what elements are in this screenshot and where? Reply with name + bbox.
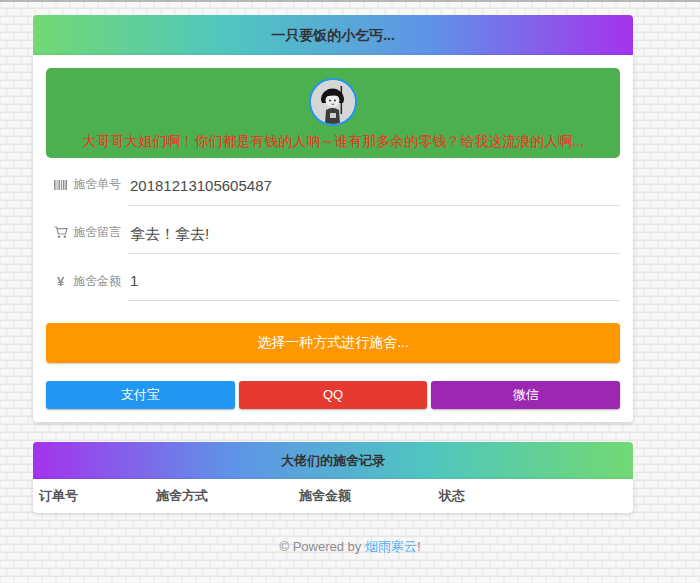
order-number-input[interactable] [130,177,620,194]
amount-field-row: ¥ 施舍金额 [46,254,620,301]
column-order-id: 订单号 [33,487,150,505]
amount-input[interactable] [130,272,620,289]
message-field-row: 施舍留言 [46,206,620,254]
column-method: 施舍方式 [150,487,293,505]
cart-icon [53,226,68,239]
payment-methods-row: 支付宝 QQ 微信 [46,381,620,409]
order-number-label: 施舍单号 [73,176,121,193]
donation-panel: 一只要饭的小乞丐... [33,15,633,422]
donation-panel-body: 大哥哥大姐们啊！你们都是有钱的人呐～谁有那多余的零钱？给我这流浪的人啊... [33,55,633,422]
qq-pay-button[interactable]: QQ [239,381,428,409]
footer-suffix: ! [417,539,421,554]
records-table-header: 订单号 施舍方式 施舍金额 状态 [33,479,633,513]
records-panel: 大佬们的施舍记录 订单号 施舍方式 施舍金额 状态 [33,442,633,513]
barcode-icon [53,179,68,191]
column-amount: 施舍金额 [293,487,433,505]
beg-message-card: 大哥哥大姐们啊！你们都是有钱的人呐～谁有那多余的零钱？给我这流浪的人啊... [46,68,620,158]
message-input[interactable] [130,226,620,243]
beg-message-text: 大哥哥大姐们啊！你们都是有钱的人呐～谁有那多余的零钱？给我这流浪的人啊... [46,133,620,151]
amount-label: 施舍金额 [73,273,121,290]
beggar-avatar-icon [309,78,357,126]
records-title: 大佬们的施舍记录 [33,442,633,479]
alipay-button[interactable]: 支付宝 [46,381,235,409]
message-label: 施舍留言 [73,224,121,241]
choose-method-button[interactable]: 选择一种方式进行施舍... [46,323,620,363]
wechat-pay-button[interactable]: 微信 [431,381,620,409]
yen-icon: ¥ [53,274,68,289]
footer: © Powered by 烟雨寒云! [0,538,700,556]
footer-text: © Powered by [279,539,364,554]
order-number-field-row: 施舍单号 [46,158,620,206]
footer-author-link[interactable]: 烟雨寒云 [365,539,417,554]
page-title: 一只要饭的小乞丐... [33,15,633,55]
main-container: 一只要饭的小乞丐... [33,15,633,513]
window-top-edge [0,0,700,2]
column-status: 状态 [433,487,633,505]
